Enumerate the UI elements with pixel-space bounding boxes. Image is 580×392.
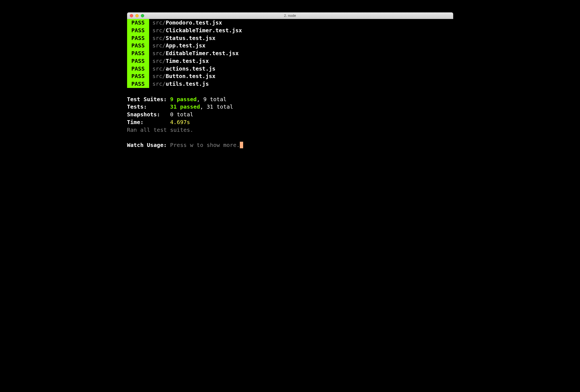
test-result-line: PASS src/Pomodoro.test.jsx xyxy=(127,19,453,27)
suites-label: Test Suites: xyxy=(127,96,170,103)
spacer xyxy=(149,80,152,88)
file-name: ClickableTimer.test.jsx xyxy=(166,27,242,34)
spacer xyxy=(149,42,152,50)
spacer xyxy=(149,73,152,80)
suites-passed: 9 passed xyxy=(170,96,197,103)
tests-passed: 31 passed xyxy=(170,103,200,110)
pass-badge: PASS xyxy=(127,34,149,42)
terminal-content[interactable]: PASS src/Pomodoro.test.jsx PASS src/Clic… xyxy=(127,19,453,245)
time-value: 4.697s xyxy=(170,119,190,125)
file-name: Time.test.jsx xyxy=(166,57,209,65)
file-name: Pomodoro.test.jsx xyxy=(166,19,222,27)
pass-badge: PASS xyxy=(127,19,149,27)
test-result-line: PASS src/ClickableTimer.test.jsx xyxy=(127,27,453,34)
time-label: Time: xyxy=(127,119,170,125)
traffic-lights xyxy=(127,14,144,17)
test-result-line: PASS src/EditableTimer.test.jsx xyxy=(127,50,453,57)
suites-total: , 9 total xyxy=(197,96,226,103)
pass-badge: PASS xyxy=(127,50,149,57)
tests-label: Tests: xyxy=(127,103,170,110)
file-name: actions.test.js xyxy=(166,65,216,73)
test-results: PASS src/Pomodoro.test.jsx PASS src/Clic… xyxy=(127,19,453,88)
ran-message: Ran all test suites. xyxy=(127,126,453,134)
time-summary: Time: 4.697s xyxy=(127,119,453,126)
spacer xyxy=(149,19,152,27)
pass-badge: PASS xyxy=(127,65,149,73)
window-title: 2. node xyxy=(127,14,453,18)
minimize-button[interactable] xyxy=(135,14,139,17)
titlebar[interactable]: 2. node xyxy=(127,12,453,19)
blank-line xyxy=(127,88,453,96)
file-dir: src/ xyxy=(152,73,166,80)
suites-summary: Test Suites: 9 passed, 9 total xyxy=(127,96,453,103)
file-name: Button.test.jsx xyxy=(166,73,216,80)
file-dir: src/ xyxy=(152,34,166,42)
test-result-line: PASS src/actions.test.js xyxy=(127,65,453,73)
pass-badge: PASS xyxy=(127,80,149,88)
file-dir: src/ xyxy=(152,80,166,88)
file-name: EditableTimer.test.jsx xyxy=(166,50,239,57)
snapshots-summary: Snapshots: 0 total xyxy=(127,111,453,119)
test-result-line: PASS src/utils.test.js xyxy=(127,80,453,88)
tests-total: , 31 total xyxy=(200,103,233,110)
snapshots-value: 0 total xyxy=(170,111,193,118)
pass-badge: PASS xyxy=(127,73,149,80)
file-dir: src/ xyxy=(152,50,166,57)
file-dir: src/ xyxy=(152,19,166,27)
file-name: App.test.jsx xyxy=(166,42,206,50)
spacer xyxy=(149,57,152,65)
terminal-window: 2. node PASS src/Pomodoro.test.jsx PASS … xyxy=(127,12,453,245)
fullscreen-button[interactable] xyxy=(141,14,144,17)
file-name: Status.test.jsx xyxy=(166,34,216,42)
watch-hint: Press w to show more. xyxy=(167,142,240,148)
file-dir: src/ xyxy=(152,57,166,65)
spacer xyxy=(149,65,152,73)
snapshots-label: Snapshots: xyxy=(127,111,170,118)
pass-badge: PASS xyxy=(127,57,149,65)
close-button[interactable] xyxy=(130,14,133,17)
watch-label: Watch Usage: xyxy=(127,142,167,148)
test-result-line: PASS src/Status.test.jsx xyxy=(127,34,453,42)
test-result-line: PASS src/App.test.jsx xyxy=(127,42,453,50)
file-name: utils.test.js xyxy=(166,80,209,88)
spacer xyxy=(149,27,152,34)
test-result-line: PASS src/Time.test.jsx xyxy=(127,57,453,65)
test-result-line: PASS src/Button.test.jsx xyxy=(127,73,453,80)
spacer xyxy=(149,50,152,57)
tests-summary: Tests: 31 passed, 31 total xyxy=(127,103,453,111)
spacer xyxy=(149,34,152,42)
blank-line xyxy=(127,134,453,141)
file-dir: src/ xyxy=(152,65,166,73)
watch-usage: Watch Usage: Press w to show more. xyxy=(127,141,453,149)
cursor xyxy=(240,142,243,148)
pass-badge: PASS xyxy=(127,42,149,50)
pass-badge: PASS xyxy=(127,27,149,34)
file-dir: src/ xyxy=(152,42,166,50)
file-dir: src/ xyxy=(152,27,166,34)
